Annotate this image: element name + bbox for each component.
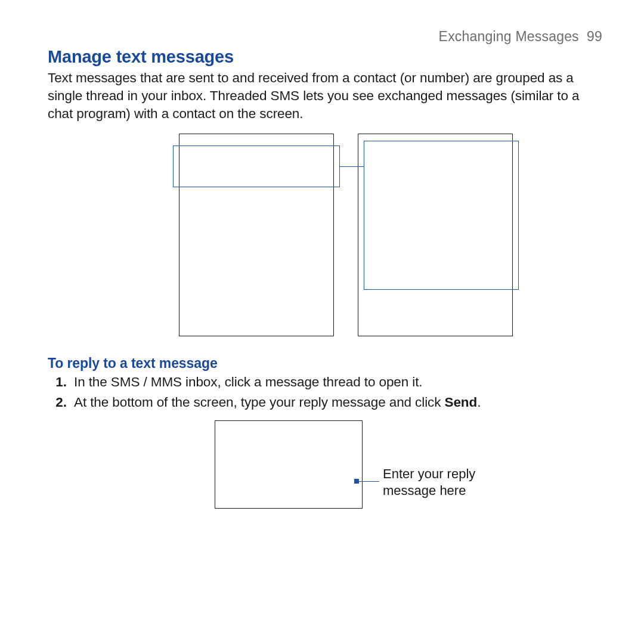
- reply-subtitle: To reply to a text message: [48, 355, 602, 371]
- step-1-text: In the SMS / MMS inbox, click a message …: [74, 374, 422, 389]
- chapter-title: Exchanging Messages: [439, 29, 579, 44]
- section-title: Manage text messages: [48, 47, 602, 67]
- step-2: At the bottom of the screen, type your r…: [70, 393, 602, 412]
- section-intro: Text messages that are sent to and recei…: [48, 69, 590, 123]
- reply-steps: In the SMS / MMS inbox, click a message …: [52, 373, 602, 412]
- reply-diagram: Enter your reply message here: [48, 420, 602, 522]
- reply-callout-label: Enter your reply message here: [383, 466, 514, 499]
- manual-page: Exchanging Messages 99 Manage text messa…: [0, 0, 644, 644]
- diagram-highlight-left: [173, 145, 340, 187]
- diagram-connector: [340, 166, 364, 167]
- thread-diagram: [48, 134, 602, 342]
- diagram-highlight-right: [364, 141, 519, 290]
- page-number: 99: [587, 29, 602, 44]
- step-2-text-pre: At the bottom of the screen, type your r…: [74, 395, 445, 410]
- step-1: In the SMS / MMS inbox, click a message …: [70, 373, 602, 392]
- reply-callout-connector: [357, 481, 379, 482]
- page-header: Exchanging Messages 99: [48, 29, 602, 45]
- reply-box: [215, 420, 363, 509]
- step-2-text-post: .: [477, 395, 481, 410]
- step-2-bold: Send: [445, 395, 478, 410]
